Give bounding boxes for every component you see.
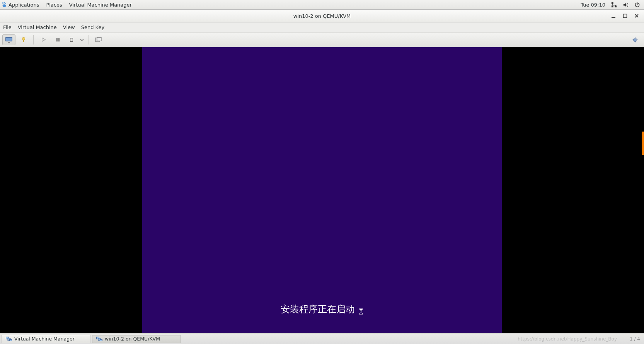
applications-menu-label: Applications (9, 2, 39, 8)
snapshots-button[interactable] (92, 34, 105, 45)
shutdown-button[interactable] (66, 34, 77, 45)
hourglass-icon (359, 306, 363, 312)
toolbar (0, 33, 644, 47)
menu-bar: File Virtual Machine View Send Key (0, 22, 644, 33)
toolbar-separator (89, 35, 89, 44)
toolbar-separator (33, 35, 34, 44)
vm-icon (96, 337, 102, 341)
places-menu[interactable]: Places (46, 2, 62, 8)
task-item-label: Virtual Machine Manager (14, 336, 75, 342)
menu-virtual-machine[interactable]: Virtual Machine (18, 24, 57, 30)
maximize-button[interactable] (622, 12, 629, 19)
menu-send-key[interactable]: Send Key (81, 24, 104, 30)
svg-rect-18 (70, 38, 73, 41)
svg-rect-27 (100, 339, 102, 341)
svg-point-0 (2, 2, 4, 4)
focused-app-label: Virtual Machine Manager (69, 2, 132, 8)
focused-app-menu[interactable]: Virtual Machine Manager (69, 2, 132, 8)
guest-display-area[interactable]: 安装程序正在启动 (0, 47, 644, 333)
svg-point-14 (22, 37, 25, 40)
network-icon[interactable] (611, 2, 617, 8)
details-view-button[interactable] (17, 34, 30, 45)
power-icon[interactable] (634, 2, 640, 8)
places-menu-label: Places (46, 2, 62, 8)
svg-rect-6 (611, 5, 613, 7)
window-titlebar[interactable]: win10-2 on QEMU/KVM (0, 10, 644, 22)
close-button[interactable] (633, 12, 640, 19)
fullscreen-button[interactable] (629, 34, 642, 45)
pager-label: 1 / 4 (630, 336, 640, 342)
minimize-button[interactable] (610, 12, 617, 19)
pause-button[interactable] (51, 34, 65, 45)
task-item-win10[interactable]: win10-2 on QEMU/KVM (92, 335, 181, 343)
guest-status-message: 安装程序正在启动 (142, 303, 502, 315)
svg-rect-20 (97, 37, 101, 41)
svg-point-3 (3, 4, 6, 7)
svg-point-2 (5, 3, 6, 4)
svg-rect-13 (8, 42, 10, 43)
svg-rect-21 (634, 39, 636, 41)
menu-view[interactable]: View (63, 24, 75, 30)
guest-status-text: 安装程序正在启动 (281, 303, 355, 315)
clock-label[interactable]: Tue 09:10 (581, 2, 605, 8)
svg-rect-16 (56, 38, 58, 41)
window-title: win10-2 on QEMU/KVM (293, 13, 351, 19)
svg-rect-9 (612, 17, 615, 18)
workspace-pager[interactable]: 1 / 4 (630, 336, 642, 342)
run-button[interactable] (37, 34, 50, 45)
shutdown-dropdown-button[interactable] (78, 34, 85, 45)
gnome-top-bar: Applications Places Virtual Machine Mana… (0, 0, 644, 10)
right-edge-handle[interactable] (642, 132, 644, 155)
svg-rect-17 (58, 38, 60, 41)
console-view-button[interactable] (2, 34, 15, 45)
svg-rect-10 (624, 14, 627, 18)
menu-file[interactable]: File (3, 24, 12, 30)
svg-point-1 (4, 2, 5, 3)
task-item-vmm[interactable]: Virtual Machine Manager (2, 335, 90, 343)
vm-icon (6, 337, 12, 341)
bottom-taskbar: Virtual Machine Manager win10-2 on QEMU/… (0, 333, 644, 344)
volume-icon[interactable] (622, 2, 629, 8)
gnome-foot-icon (2, 2, 7, 7)
svg-rect-24 (10, 339, 12, 341)
svg-rect-12 (6, 38, 12, 41)
guest-screen[interactable]: 安装程序正在启动 (142, 47, 502, 333)
svg-rect-15 (23, 40, 24, 42)
svg-rect-4 (611, 2, 613, 4)
applications-menu[interactable]: Applications (2, 2, 39, 8)
task-item-label: win10-2 on QEMU/KVM (105, 336, 160, 342)
